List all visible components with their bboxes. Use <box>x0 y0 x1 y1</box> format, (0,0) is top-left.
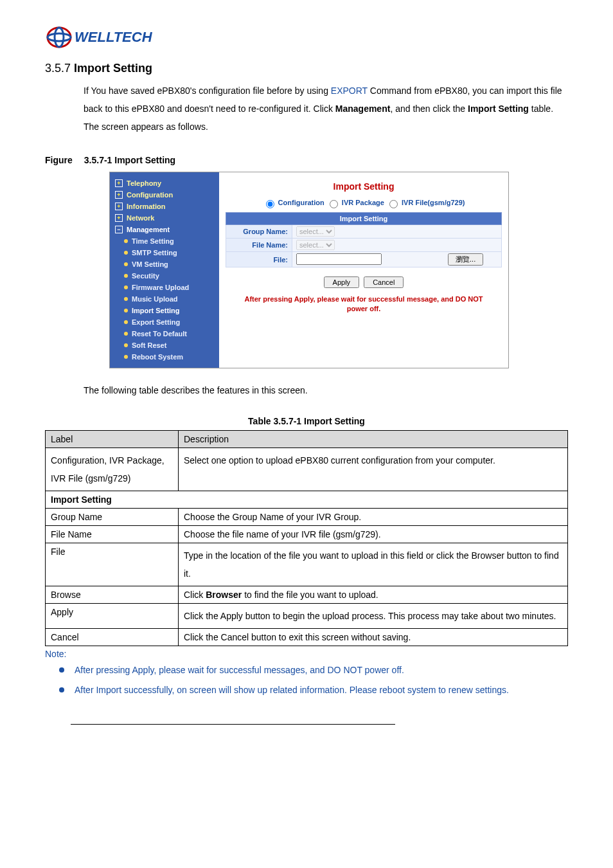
sidebar-sub-time-setting[interactable]: Time Setting <box>110 235 219 247</box>
group-name-select[interactable]: select... <box>296 226 335 237</box>
brand-logo: WELLTECH <box>45 26 568 49</box>
section-heading: 3.5.7 Import Setting <box>45 62 568 75</box>
import-setting-table: Import Setting Group Name: select... Fil… <box>226 212 502 267</box>
warning-text: After pressing Apply, please wait for su… <box>226 294 502 314</box>
bullet-icon <box>124 274 128 278</box>
bullet-icon <box>124 320 128 324</box>
file-label: File: <box>226 252 292 267</box>
file-name-label: File Name: <box>226 239 292 252</box>
table-row: File Name Choose the file name of your I… <box>46 526 568 543</box>
sidebar-sub-firmware-upload[interactable]: Firmware Upload <box>110 282 219 293</box>
bullet-icon <box>124 343 128 347</box>
note-item: After Import successfully, on screen wil… <box>59 682 568 699</box>
sidebar-sub-vm-setting[interactable]: VM Setting <box>110 258 219 270</box>
bullet-icon <box>59 667 64 673</box>
section-number: 3.5.7 <box>45 62 71 75</box>
sidebar-item-information[interactable]: +Information <box>110 201 219 212</box>
panel-title: Import Setting <box>226 177 502 198</box>
plus-icon: + <box>115 191 123 199</box>
col-label: Label <box>46 431 179 448</box>
figure-caption: Figure3.5.7-1 Import Setting <box>45 155 568 165</box>
table-section-row: Import Setting <box>46 491 568 509</box>
main-panel: Import Setting Configuration IVR Package… <box>219 172 508 368</box>
footer-divider <box>71 724 395 725</box>
minus-icon: − <box>115 226 123 233</box>
sidebar-sub-soft-reset[interactable]: Soft Reset <box>110 339 219 351</box>
note-heading: Note: <box>45 649 568 659</box>
radio-configuration[interactable]: Configuration <box>263 199 324 206</box>
sidebar-item-configuration[interactable]: +Configuration <box>110 189 219 201</box>
table-row: Browse Click Browser to find the file yo… <box>46 586 568 604</box>
sidebar-item-network[interactable]: +Network <box>110 212 219 224</box>
export-link-text: EXPORT <box>331 86 368 96</box>
bullet-icon <box>124 332 128 336</box>
col-description: Description <box>179 431 568 448</box>
table-caption: Table 3.5.7-1 Import Setting <box>45 416 568 426</box>
bullet-icon <box>124 309 128 312</box>
intro-paragraph: If You have saved ePBX80's configuration… <box>84 82 568 136</box>
sidebar-item-telephony[interactable]: +Telephony <box>110 177 219 189</box>
bullet-icon <box>124 297 128 301</box>
sidebar-sub-security[interactable]: Secutity <box>110 270 219 282</box>
screenshot-figure: +Telephony +Configuration +Information +… <box>109 172 509 368</box>
after-figure-text: The following table describes the featur… <box>84 381 568 399</box>
sidebar-item-management[interactable]: −Management <box>110 224 219 235</box>
svg-point-1 <box>48 33 71 41</box>
sidebar-sub-export-setting[interactable]: Export Setting <box>110 316 219 328</box>
table-row: Group Name Choose the Group Name of your… <box>46 509 568 526</box>
sidebar-sub-import-setting[interactable]: Import Setting <box>110 305 219 316</box>
table-row: Apply Click the Apply button to begin th… <box>46 604 568 629</box>
brand-text: WELLTECH <box>75 29 152 46</box>
bullet-icon <box>124 262 128 266</box>
svg-point-0 <box>48 28 71 47</box>
sidebar-sub-reset-to-default[interactable]: Reset To Default <box>110 328 219 339</box>
apply-button[interactable]: Apply <box>324 276 360 288</box>
globe-icon <box>45 26 73 49</box>
nav-sidebar: +Telephony +Configuration +Information +… <box>110 172 219 368</box>
bullet-icon <box>124 285 128 289</box>
radio-group: Configuration IVR Package IVR File(gsm/g… <box>226 198 502 208</box>
sidebar-sub-reboot-system[interactable]: Reboot System <box>110 351 219 363</box>
plus-icon: + <box>115 203 123 210</box>
sidebar-sub-music-upload[interactable]: Music Upload <box>110 293 219 305</box>
bullet-icon <box>124 239 128 243</box>
description-table: Label Description Configuration, IVR Pac… <box>45 430 568 646</box>
bullet-icon <box>124 251 128 255</box>
cancel-button[interactable]: Cancel <box>364 276 404 288</box>
file-input[interactable] <box>296 253 382 265</box>
radio-ivr-file[interactable]: IVR File(gsm/g729) <box>386 199 465 206</box>
group-name-label: Group Name: <box>226 225 292 239</box>
plus-icon: + <box>115 214 123 222</box>
section-title: Import Setting <box>74 62 152 75</box>
bullet-icon <box>124 355 128 359</box>
sidebar-sub-smtp-setting[interactable]: SMTP Setting <box>110 247 219 258</box>
table-row: Configuration, IVR Package, IVR File (gs… <box>46 448 568 491</box>
svg-point-2 <box>55 28 64 47</box>
note-item: After pressing Apply, please wait for su… <box>59 662 568 679</box>
table-row: File Type in the location of the file yo… <box>46 543 568 586</box>
bullet-icon <box>59 687 64 692</box>
file-name-select[interactable]: select... <box>296 240 335 250</box>
browse-button[interactable]: 瀏覽... <box>448 253 483 266</box>
table-header: Import Setting <box>226 213 502 225</box>
table-row: Cancel Click the Cancel button to exit t… <box>46 629 568 646</box>
plus-icon: + <box>115 179 123 187</box>
radio-ivr-package[interactable]: IVR Package <box>326 199 384 206</box>
